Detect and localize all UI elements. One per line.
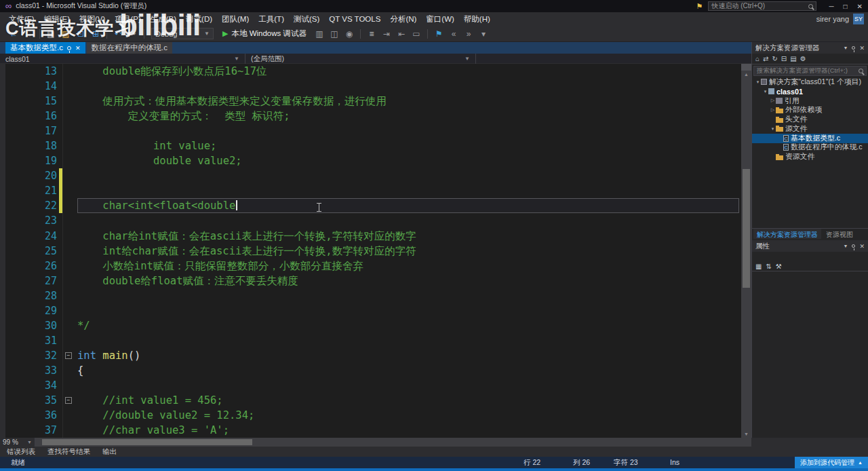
- code-line[interactable]: 17: [5, 124, 741, 138]
- code-line[interactable]: 29: [5, 303, 741, 318]
- categorized-icon[interactable]: ▦: [755, 263, 762, 270]
- code-line[interactable]: 28: [5, 288, 741, 303]
- code-line[interactable]: 25 int给char赋值：会在ascii表上进行一个转换,数字转对应的字符: [5, 244, 741, 259]
- window-position-icon[interactable]: ▼: [844, 244, 848, 248]
- horizontal-scroll-thumb[interactable]: [42, 439, 252, 445]
- tree-item[interactable]: ▷外部依赖项: [752, 105, 868, 115]
- user-avatar[interactable]: SY: [853, 14, 864, 24]
- new-file-icon[interactable]: ▤: [44, 29, 58, 39]
- panel-tab[interactable]: 资源视图: [823, 229, 856, 239]
- menu-item[interactable]: 帮助(H): [459, 12, 495, 26]
- tool-window-tab[interactable]: 输出: [102, 447, 117, 457]
- chevron-expanded-icon[interactable]: ▾: [755, 79, 761, 85]
- solution-config-combo[interactable]: Debug▼: [151, 28, 214, 39]
- attach-process-icon[interactable]: ◫: [328, 29, 341, 39]
- menu-item[interactable]: 团队(M): [217, 12, 254, 26]
- quick-launch-search[interactable]: 快速启动 (Ctrl+Q): [708, 1, 816, 11]
- menu-item[interactable]: 项目(P): [110, 12, 145, 26]
- vertical-scroll-thumb[interactable]: [743, 169, 750, 288]
- breakpoint-icon[interactable]: ◉: [342, 29, 356, 39]
- tree-item[interactable]: ▾class01: [752, 87, 868, 96]
- chevron-expanded-icon[interactable]: ▾: [762, 89, 768, 94]
- editor-horizontal-scrollbar[interactable]: [35, 438, 751, 447]
- tree-item[interactable]: C数据在程序中的体现.c: [752, 143, 868, 153]
- tree-item[interactable]: C基本数据类型.c: [752, 134, 868, 143]
- properties-icon[interactable]: ⚙: [800, 55, 806, 62]
- panel-close-icon[interactable]: ✕: [859, 45, 865, 52]
- open-file-icon[interactable]: ▨: [59, 29, 73, 39]
- code-line[interactable]: 34: [5, 378, 741, 393]
- tab-active-document[interactable]: 基本数据类型.c✕: [5, 42, 85, 54]
- code-line[interactable]: 15 使用方式：使用基本数据类型来定义变量保存数据，进行使用: [5, 94, 741, 109]
- chevron-collapsed-icon[interactable]: ▷: [770, 98, 776, 103]
- collapse-all-icon[interactable]: ⊟: [781, 55, 787, 62]
- code-line[interactable]: 14: [5, 79, 741, 94]
- menu-item[interactable]: 工具(T): [254, 12, 289, 26]
- menu-item[interactable]: 窗口(W): [421, 12, 459, 26]
- auto-hide-pin-icon[interactable]: [852, 46, 855, 50]
- code-line[interactable]: 24 char给int赋值：会在ascii表上进行一个转换,字符转对应的数字: [5, 229, 741, 244]
- code-line[interactable]: 18 int value;: [5, 138, 741, 153]
- menu-item[interactable]: 测试(S): [289, 12, 324, 26]
- tool-window-tab[interactable]: 错误列表: [7, 447, 35, 457]
- tool-window-tab[interactable]: 查找符号结果: [47, 447, 90, 457]
- fold-collapse-icon[interactable]: −: [65, 397, 72, 404]
- menu-item[interactable]: QT VS TOOLS: [324, 12, 385, 26]
- code-line[interactable]: 16 定义变量的方式： 类型 标识符;: [5, 109, 741, 124]
- fold-collapse-icon[interactable]: −: [65, 352, 72, 359]
- maximize-button[interactable]: □: [844, 3, 848, 10]
- next-bookmark-icon[interactable]: »: [462, 29, 475, 39]
- solution-explorer-search[interactable]: 搜索解决方案资源管理器(Ctrl+;): [753, 66, 867, 76]
- tree-item[interactable]: ▷引用: [752, 96, 868, 106]
- tree-item[interactable]: 资源文件: [752, 152, 868, 162]
- tab-document[interactable]: 数据在程序中的体现.c: [87, 42, 172, 54]
- save-icon[interactable]: ⊡: [74, 29, 87, 39]
- nav-forward-icon[interactable]: →: [22, 29, 35, 39]
- code-line[interactable]: 31: [5, 333, 741, 348]
- outdent-icon[interactable]: ⇤: [395, 29, 408, 39]
- add-to-source-control-button[interactable]: 添加到源代码管理 ▲: [795, 457, 868, 468]
- minimize-button[interactable]: ─: [829, 3, 833, 10]
- splitter-grip[interactable]: [741, 64, 751, 71]
- close-icon[interactable]: ✕: [75, 45, 81, 52]
- tree-item[interactable]: 头文件: [752, 115, 868, 124]
- save-all-icon[interactable]: ⊞: [89, 29, 102, 39]
- code-line[interactable]: 26 小数给int赋值：只能保留整数部分，小数部分直接舍弃: [5, 259, 741, 274]
- redo-icon[interactable]: ↷: [126, 29, 140, 39]
- auto-hide-pin-icon[interactable]: [852, 244, 855, 248]
- code-line[interactable]: 35− //int value1 = 456;: [5, 393, 741, 408]
- code-line[interactable]: 23: [5, 213, 741, 228]
- nav-backward-icon[interactable]: ←: [7, 29, 20, 39]
- find-in-files-icon[interactable]: ≡: [365, 29, 378, 39]
- close-button[interactable]: ✕: [857, 3, 863, 10]
- code-line[interactable]: 13 double能保存到小数点后16~17位: [5, 64, 741, 79]
- code-editor[interactable]: 13 double能保存到小数点后16~17位1415 使用方式：使用基本数据类…: [5, 64, 741, 438]
- property-pages-icon[interactable]: ⚒: [776, 263, 782, 270]
- code-line[interactable]: 36 //double value2 = 12.34;: [5, 408, 741, 423]
- show-all-files-icon[interactable]: ▤: [790, 55, 796, 62]
- alphabetical-icon[interactable]: ⇅: [766, 263, 771, 270]
- window-position-icon[interactable]: ▼: [844, 45, 848, 50]
- start-debug-button[interactable]: ▶本地 Windows 调试器: [218, 27, 311, 41]
- prev-bookmark-icon[interactable]: «: [447, 29, 460, 39]
- editor-vertical-scrollbar[interactable]: ▲ ▼: [741, 64, 751, 438]
- code-line[interactable]: 30*/: [5, 318, 741, 333]
- code-line[interactable]: 19 double value2;: [5, 153, 741, 168]
- bookmark-icon[interactable]: ⚑: [432, 29, 446, 39]
- scope-dropdown[interactable]: (全局范围)▼: [245, 54, 476, 64]
- refresh-icon[interactable]: ↻: [772, 55, 777, 62]
- code-line[interactable]: 21: [5, 183, 741, 198]
- chevron-collapsed-icon[interactable]: ▷: [770, 107, 776, 113]
- menu-item[interactable]: 编辑(E): [39, 12, 75, 26]
- notifications-flag-icon[interactable]: ⚑: [696, 2, 703, 11]
- indent-icon[interactable]: ⇥: [380, 29, 393, 39]
- menu-item[interactable]: 分析(N): [385, 12, 421, 26]
- menu-item[interactable]: 文件(F): [4, 12, 39, 26]
- code-line[interactable]: 33{: [5, 363, 741, 378]
- home-icon[interactable]: ⌂: [755, 55, 760, 62]
- menu-item[interactable]: 视图(V): [75, 12, 110, 26]
- project-dropdown[interactable]: class01▼: [0, 54, 245, 64]
- user-name[interactable]: sirer yang: [816, 15, 849, 23]
- code-line[interactable]: 32−int main(): [5, 348, 741, 363]
- member-dropdown[interactable]: [476, 54, 751, 64]
